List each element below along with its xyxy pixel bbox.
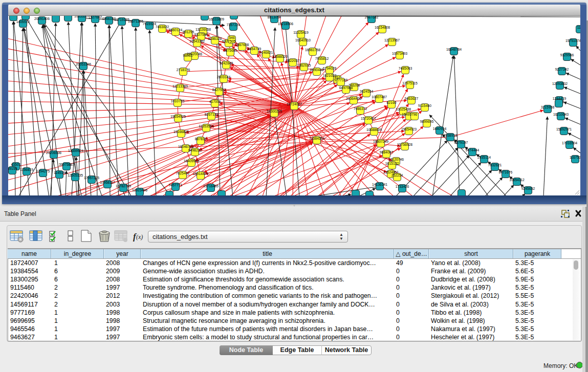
svg-text:7515524: 7515524 <box>143 22 157 26</box>
svg-text:1156819: 1156819 <box>20 168 33 171</box>
svg-text:1294275: 1294275 <box>36 169 50 173</box>
svg-text:16210643: 16210643 <box>553 113 569 116</box>
svg-text:10807487: 10807487 <box>372 95 387 99</box>
svg-text:1362615: 1362615 <box>297 63 311 67</box>
svg-text:8454749: 8454749 <box>248 47 262 51</box>
svg-text:417006: 417006 <box>209 100 221 103</box>
svg-text:1405572: 1405572 <box>16 20 30 24</box>
svg-text:17359924: 17359924 <box>68 149 83 152</box>
svg-text:20053346: 20053346 <box>76 62 91 66</box>
svg-text:9457771: 9457771 <box>169 183 183 187</box>
svg-text:18807249: 18807249 <box>373 140 388 143</box>
svg-text:3215958: 3215958 <box>541 105 555 109</box>
svg-text:12505135: 12505135 <box>68 173 83 177</box>
svg-text:19166825: 19166825 <box>173 130 189 134</box>
svg-text:7357224: 7357224 <box>227 23 241 27</box>
svg-text:43501: 43501 <box>11 163 21 166</box>
svg-text:7986372: 7986372 <box>354 107 367 111</box>
svg-text:8813054: 8813054 <box>268 16 281 19</box>
svg-text:10025438: 10025438 <box>396 107 411 111</box>
svg-text:7955812: 7955812 <box>315 57 329 60</box>
svg-text:10688609: 10688609 <box>366 128 382 132</box>
svg-text:891295: 891295 <box>183 30 194 34</box>
svg-text:16648784: 16648784 <box>446 48 462 51</box>
svg-text:9327500: 9327500 <box>194 33 208 36</box>
svg-text:9899695: 9899695 <box>420 120 434 123</box>
svg-text:9146821: 9146821 <box>259 51 273 54</box>
svg-text:2867608: 2867608 <box>235 43 249 47</box>
svg-text:11325419: 11325419 <box>293 31 309 34</box>
svg-text:19218506: 19218506 <box>278 22 293 26</box>
svg-text:62160: 62160 <box>387 101 397 104</box>
svg-text:9327505: 9327505 <box>222 39 236 43</box>
svg-text:15720407: 15720407 <box>361 117 376 120</box>
svg-text:8498222: 8498222 <box>188 148 202 152</box>
svg-text:1010755: 1010755 <box>171 99 185 103</box>
svg-text:16046756: 16046756 <box>178 145 193 148</box>
svg-text:6794028: 6794028 <box>323 67 337 70</box>
svg-text:7463822: 7463822 <box>156 25 169 29</box>
svg-text:15495796: 15495796 <box>402 113 417 116</box>
svg-text:12213389: 12213389 <box>172 84 188 88</box>
svg-text:9329966: 9329966 <box>560 53 574 57</box>
svg-text:39159: 39159 <box>8 167 17 170</box>
svg-text:8186328: 8186328 <box>208 37 222 40</box>
svg-text:16671355: 16671355 <box>128 19 143 23</box>
svg-text:1640954: 1640954 <box>433 127 447 130</box>
svg-text:15716485: 15716485 <box>203 184 219 188</box>
svg-text:19756928: 19756928 <box>397 143 412 146</box>
svg-text:10973493: 10973493 <box>392 52 407 55</box>
svg-text:3624554: 3624554 <box>360 90 374 93</box>
svg-text:12975115: 12975115 <box>402 81 418 85</box>
svg-text:2935114: 2935114 <box>477 156 491 159</box>
svg-text:116753: 116753 <box>570 156 580 159</box>
svg-text:13588520: 13588520 <box>272 55 288 58</box>
svg-text:2803144: 2803144 <box>217 75 231 79</box>
svg-text:13384554: 13384554 <box>309 137 324 140</box>
svg-text:16033809: 16033809 <box>209 17 224 21</box>
svg-text:19654925: 19654925 <box>170 115 186 118</box>
svg-text:8322037: 8322037 <box>286 59 300 62</box>
svg-text:252254: 252254 <box>391 173 403 177</box>
svg-text:8267130: 8267130 <box>205 113 219 116</box>
svg-text:9463627: 9463627 <box>405 97 419 100</box>
svg-text:2087682: 2087682 <box>365 16 379 19</box>
svg-text:19654923: 19654923 <box>401 127 417 131</box>
svg-text:98961: 98961 <box>183 54 193 57</box>
svg-text:1244419: 1244419 <box>553 97 567 100</box>
svg-text:39975887: 39975887 <box>59 163 74 166</box>
svg-text:1733426: 1733426 <box>396 185 409 188</box>
svg-text:7632621: 7632621 <box>488 163 502 167</box>
svg-text:9777169: 9777169 <box>334 78 348 82</box>
svg-text:16120746: 16120746 <box>388 158 404 161</box>
svg-text:(x): (x) <box>136 233 143 240</box>
svg-text:16543382: 16543382 <box>189 39 205 43</box>
svg-text:2718176: 2718176 <box>177 68 190 72</box>
svg-text:18300295: 18300295 <box>267 110 282 113</box>
svg-text:15692971: 15692971 <box>556 127 572 131</box>
svg-text:17016504: 17016504 <box>562 141 577 145</box>
svg-text:9242848: 9242848 <box>220 61 233 65</box>
svg-text:20206536: 20206536 <box>46 151 61 155</box>
svg-text:12213967: 12213967 <box>384 38 400 42</box>
svg-text:17957225: 17957225 <box>84 176 99 180</box>
svg-text:10958117: 10958117 <box>100 181 115 184</box>
svg-text:3875685: 3875685 <box>224 49 237 52</box>
svg-text:9474444: 9474444 <box>466 148 480 152</box>
svg-text:6497568: 6497568 <box>339 86 353 90</box>
svg-text:111: 111 <box>577 26 580 29</box>
svg-text:8938918: 8938918 <box>444 134 458 137</box>
svg-text:11353594: 11353594 <box>199 124 214 128</box>
svg-text:7485063: 7485063 <box>399 67 412 70</box>
svg-text:16961758: 16961758 <box>305 48 320 52</box>
svg-text:9245652: 9245652 <box>521 187 535 190</box>
svg-text:8427552: 8427552 <box>212 88 226 92</box>
svg-text:10719185: 10719185 <box>114 18 129 21</box>
svg-text:18724007: 18724007 <box>287 102 302 106</box>
svg-text:114519: 114519 <box>54 171 65 174</box>
svg-text:6479197: 6479197 <box>454 141 468 144</box>
svg-text:16409948: 16409948 <box>184 159 199 163</box>
svg-text:16640910: 16640910 <box>295 38 311 42</box>
svg-text:10654112: 10654112 <box>509 178 525 182</box>
svg-text:16782759: 16782759 <box>116 184 131 188</box>
